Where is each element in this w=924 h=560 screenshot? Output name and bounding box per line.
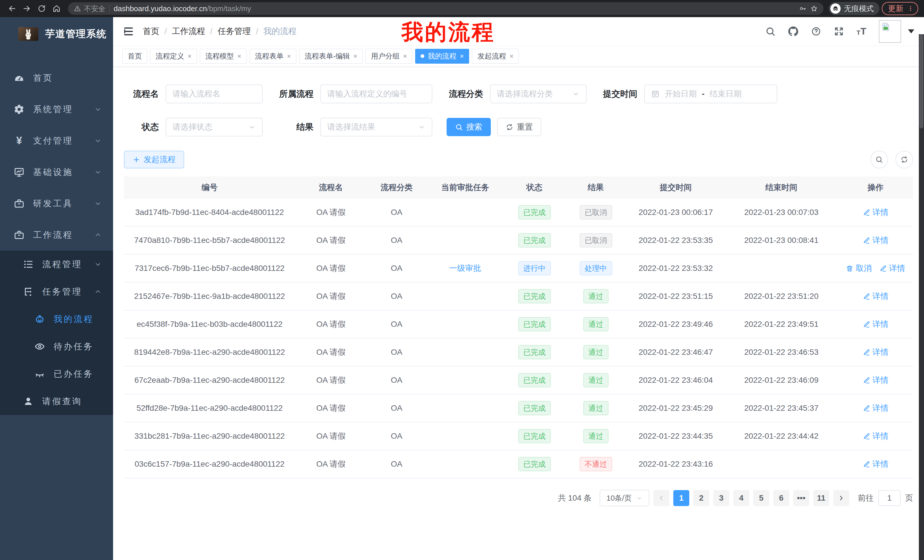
next-page-button[interactable] (833, 490, 849, 506)
avatar[interactable] (879, 20, 901, 43)
cell-category: OA (367, 347, 427, 357)
more-pages-button[interactable]: ••• (793, 490, 809, 506)
detail-link[interactable]: 详情 (862, 291, 889, 302)
tab-用户分组[interactable]: 用户分组 × (366, 49, 412, 64)
cell-submit-time: 2022-01-22 23:43:16 (627, 460, 725, 469)
user-menu[interactable] (879, 20, 914, 43)
detail-link[interactable]: 详情 (862, 347, 889, 358)
search-button[interactable]: 搜索 (447, 118, 491, 136)
key-icon[interactable] (799, 5, 806, 12)
create-process-button[interactable]: 发起流程 (124, 151, 184, 168)
browser-back-icon[interactable] (6, 2, 18, 15)
reset-button[interactable]: 重置 (497, 118, 542, 136)
detail-link[interactable]: 详情 (862, 403, 889, 413)
help-icon[interactable] (811, 26, 821, 36)
page-button-6[interactable]: 6 (773, 490, 789, 506)
breadcrumb-item[interactable]: 首页 (143, 26, 159, 37)
tab-发起流程[interactable]: 发起流程 × (472, 49, 519, 64)
breadcrumb-item[interactable]: 工作流程 (172, 26, 205, 37)
close-icon[interactable]: × (403, 53, 407, 60)
category-select[interactable]: 请选择流程分类 (490, 84, 586, 103)
status-select[interactable]: 请选择状态 (166, 118, 263, 136)
browser-home-icon[interactable] (50, 2, 63, 15)
close-icon[interactable]: × (460, 53, 464, 60)
detail-link[interactable]: 详情 (862, 459, 889, 470)
cell-actions: 详情 (838, 235, 913, 246)
cancel-link[interactable]: 取消 (846, 263, 872, 274)
sidebar-item-任务管理[interactable]: 任务管理 (0, 278, 113, 305)
cell-end-time: 2022-01-23 00:07:03 (725, 208, 838, 217)
sidebar-item-我的流程[interactable]: 我的流程 (0, 305, 113, 333)
current-task-link[interactable]: 一级审批 (449, 263, 481, 274)
pagination: 共 104 条 10条/页 123456•••11 前往 页 (124, 490, 913, 518)
browser-chrome: 不安全 dashboard.yudao.iocoder.cn/bpm/task/… (0, 0, 924, 17)
close-icon[interactable]: × (353, 53, 357, 60)
browser-reload-icon[interactable] (35, 2, 48, 15)
cell-actions: 详情 (838, 431, 913, 442)
close-icon[interactable]: × (188, 53, 192, 60)
detail-link[interactable]: 详情 (862, 319, 889, 329)
sidebar-item-首页[interactable]: 首页 (0, 62, 113, 94)
tab-流程定义[interactable]: 流程定义 × (150, 49, 197, 64)
page-size-select[interactable]: 10条/页 (600, 490, 650, 506)
breadcrumb-current: 我的流程 (263, 26, 296, 37)
search-icon[interactable] (765, 26, 776, 36)
sidebar-item-基础设施[interactable]: 基础设施 (0, 156, 113, 188)
detail-link[interactable]: 详情 (862, 375, 889, 386)
page-button-5[interactable]: 5 (753, 490, 769, 506)
tab-我的流程[interactable]: 我的流程 × (415, 49, 469, 64)
toggle-search-button[interactable] (870, 151, 888, 168)
chevron-down-icon (94, 261, 102, 268)
page-button-2[interactable]: 2 (693, 490, 709, 506)
sidebar-item-研发工具[interactable]: 研发工具 (0, 188, 113, 219)
menu-dots-icon[interactable] (908, 5, 914, 12)
browser-forward-icon[interactable] (21, 2, 33, 15)
page-button-4[interactable]: 4 (733, 490, 749, 506)
scrollbar-thumb[interactable] (920, 34, 923, 129)
sidebar-item-已办任务[interactable]: 已办任务 (0, 360, 113, 388)
detail-link[interactable]: 详情 (862, 235, 889, 246)
tab-首页[interactable]: 首页 (122, 49, 147, 64)
page-button-11[interactable]: 11 (813, 490, 829, 506)
detail-link[interactable]: 详情 (862, 431, 889, 442)
app-logo-row[interactable]: 芋道管理系统 (0, 17, 113, 51)
page-button-1[interactable]: 1 (673, 490, 689, 506)
sidebar-item-请假查询[interactable]: 请假查询 (0, 388, 113, 415)
close-icon[interactable]: × (509, 53, 513, 60)
fullscreen-icon[interactable] (834, 26, 844, 36)
result-select[interactable]: 请选择流结果 (320, 118, 432, 136)
close-icon[interactable]: × (237, 53, 241, 60)
prev-page-button[interactable] (653, 490, 669, 506)
submit-time-range-picker[interactable]: 开始日期 - 结束日期 (644, 84, 777, 103)
table-row: ec45f38f-7b9a-11ec-b03b-acde48001122OA 请… (124, 310, 913, 338)
cell-id: 52ffd28e-7b9a-11ec-a290-acde48001122 (124, 404, 295, 413)
process-name-input[interactable]: 请输入流程名 (166, 84, 263, 103)
page-button-3[interactable]: 3 (713, 490, 729, 506)
sidebar-item-支付管理[interactable]: ¥ 支付管理 (0, 125, 113, 156)
tab-流程表单-编辑[interactable]: 流程表单-编辑 × (299, 49, 363, 64)
sidebar-item-工作流程[interactable]: 工作流程 (0, 219, 113, 251)
hamburger-icon[interactable] (123, 26, 134, 37)
detail-link[interactable]: 详情 (879, 263, 905, 274)
tab-流程模型[interactable]: 流程模型 × (200, 49, 247, 64)
update-button[interactable]: 更新 (882, 2, 918, 15)
sidebar-item-系统管理[interactable]: 系统管理 (0, 94, 113, 125)
goto-page-input[interactable] (878, 490, 901, 506)
user-icon (22, 395, 34, 407)
close-icon[interactable]: × (287, 53, 291, 60)
github-icon[interactable] (788, 26, 798, 36)
process-definition-input[interactable]: 请输入流程定义的编号 (320, 84, 432, 103)
cell-id: 03c6c157-7b9a-11ec-a290-acde48001122 (124, 460, 295, 469)
security-warning[interactable]: 不安全 (74, 4, 105, 13)
sidebar-item-待办任务[interactable]: 待办任务 (0, 333, 113, 360)
sidebar-item-label: 我的流程 (54, 313, 94, 325)
browser-scrollbar[interactable] (919, 34, 924, 560)
sidebar-item-流程管理[interactable]: 流程管理 (0, 251, 113, 278)
breadcrumb-item[interactable]: 任务管理 (218, 26, 251, 37)
tab-流程表单[interactable]: 流程表单 × (249, 49, 296, 64)
refresh-button[interactable] (896, 151, 913, 168)
font-size-icon[interactable]: TT (856, 27, 866, 35)
address-bar[interactable]: 不安全 dashboard.yudao.iocoder.cn/bpm/task/… (68, 2, 824, 15)
detail-link[interactable]: 详情 (862, 207, 889, 218)
bookmark-star-icon[interactable] (810, 5, 818, 12)
